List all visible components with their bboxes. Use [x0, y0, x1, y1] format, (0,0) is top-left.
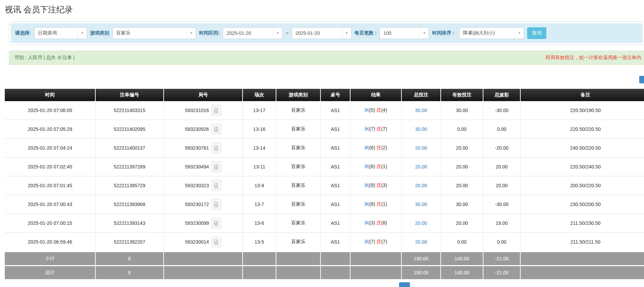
time-sort-label: 时间排序：: [432, 30, 456, 36]
chevron-down-icon: ▼: [342, 28, 351, 39]
footer-count: 8: [95, 252, 164, 266]
pagination-button-partial[interactable]: [399, 282, 410, 287]
total-bet-link[interactable]: 30.00: [415, 202, 427, 207]
col-header-round-id: 局号: [164, 89, 243, 101]
video-replay-button[interactable]: [211, 199, 221, 210]
cell-total-bet[interactable]: 30.00: [401, 195, 441, 214]
cell-round-id: 593230323: [164, 176, 243, 195]
video-replay-button[interactable]: [211, 161, 221, 172]
round-id-group: 593230494: [165, 161, 241, 172]
page-title: 视讯 会员下注纪录: [5, 4, 73, 15]
col-header-game-type: 游戏类别: [276, 89, 320, 101]
cell-total-bet[interactable]: 20.00: [401, 233, 441, 252]
cell-time: 2025-01-20 07:00:43: [5, 195, 95, 214]
cell-game-type: 百家乐: [276, 139, 320, 158]
cell-bet-id: 522211393908: [95, 195, 164, 214]
total-bet-link[interactable]: 20.00: [415, 164, 427, 169]
table-row: 2025-01-20 06:59:46522211392207593230014…: [5, 233, 644, 252]
date-from-select[interactable]: 2025-01-20 ▼: [223, 27, 283, 39]
round-id-group: 593230014: [165, 236, 241, 247]
cell-session: 13-17: [243, 101, 276, 120]
cell-total-bet[interactable]: 20.00: [401, 214, 441, 233]
col-header-table-no: 桌号: [320, 89, 350, 101]
col-header-payout: 总派彩: [483, 89, 520, 101]
cell-time: 2025-01-20 07:05:29: [5, 120, 95, 139]
table-row: 2025-01-20 07:04:24522211400137593230761…: [5, 139, 644, 158]
cell-total-bet[interactable]: 20.00: [401, 176, 441, 195]
table-row: 2025-01-20 07:06:05522211403315593231016…: [5, 101, 644, 120]
video-replay-button[interactable]: [211, 142, 221, 153]
cell-time: 2025-01-20 06:59:46: [5, 233, 95, 252]
video-replay-button[interactable]: [211, 105, 221, 116]
cell-result: 闲(6) 庄(2): [350, 139, 401, 158]
total-bet-link[interactable]: 30.00: [415, 108, 427, 113]
video-record-icon: [213, 183, 219, 189]
total-bet-link[interactable]: 30.00: [415, 126, 427, 132]
cell-round-id: 593231016: [164, 101, 243, 120]
video-record-icon: [213, 145, 219, 151]
cell-payout: 20.00: [483, 176, 520, 195]
cell-time: 2025-01-20 07:02:45: [5, 158, 95, 176]
cell-session: 13-11: [243, 158, 276, 176]
records-footer: 小计8190.00140.00-21.00总计8190.00140.00-21.…: [5, 252, 644, 279]
cell-round-id: 593230494: [164, 158, 243, 176]
cell-bet-id: 522211397289: [95, 158, 164, 176]
result-banker-count: (8): [381, 220, 387, 226]
cell-session: 13-6: [243, 214, 276, 233]
chevron-down-icon: ▼: [273, 28, 282, 39]
cell-session: 13-9: [243, 176, 276, 195]
cell-round-id: 593230014: [164, 233, 243, 252]
chevron-down-icon: ▼: [187, 28, 196, 39]
footer-session: [243, 252, 276, 266]
cell-total-bet[interactable]: 30.00: [401, 120, 441, 139]
time-sort-select[interactable]: 降幂(由大到小) ▼: [459, 27, 524, 39]
video-replay-button[interactable]: [211, 180, 221, 191]
cell-result: 闲(9) 庄(3): [350, 176, 401, 195]
cell-game-type: 百家乐: [276, 195, 320, 214]
total-bet-link[interactable]: 20.00: [415, 145, 427, 151]
table-header: 时间 注单编号 局号 场次 游戏类别 桌号 结果 总投注 有效投注 总派彩 备注: [5, 89, 644, 101]
cell-total-bet[interactable]: 20.00: [401, 158, 441, 176]
time-sort-value: 降幂(由大到小): [460, 30, 515, 36]
date-range-tilde: ~: [286, 30, 288, 36]
total-bet-link[interactable]: 20.00: [415, 183, 427, 188]
result-banker-label: 庄: [376, 239, 381, 244]
query-button[interactable]: 查询: [527, 27, 546, 39]
date-to-value: 2025-01-20: [292, 30, 342, 36]
col-header-result: 结果: [350, 89, 401, 101]
footer-remark: [520, 266, 644, 279]
result-player-label: 闲: [365, 239, 369, 244]
cell-total-bet[interactable]: 30.00: [401, 101, 441, 120]
footer-round: [164, 266, 243, 279]
cell-payout: 19.00: [483, 214, 520, 233]
video-record-icon: [213, 220, 219, 226]
date-from-value: 2025-01-20: [223, 30, 273, 36]
result-banker-count: (7): [381, 126, 387, 132]
video-replay-button[interactable]: [211, 124, 221, 135]
cell-round-id: 593230761: [164, 139, 243, 158]
cell-total-bet[interactable]: 20.00: [401, 139, 441, 158]
result-banker-label: 庄: [376, 201, 381, 207]
video-replay-button[interactable]: [211, 236, 221, 247]
cell-table-no: AS1: [320, 214, 350, 233]
video-replay-button[interactable]: [211, 218, 221, 229]
cell-valid-bet: 30.00: [441, 195, 483, 214]
total-bet-link[interactable]: 20.00: [415, 220, 427, 226]
total-bet-link[interactable]: 20.00: [415, 239, 427, 245]
date-to-select[interactable]: 2025-01-20 ▼: [292, 27, 352, 39]
round-id-text: 593230761: [185, 145, 209, 151]
round-id-group: 593230323: [165, 180, 241, 191]
cell-game-type: 百家乐: [276, 233, 320, 252]
result-banker-count: (7): [381, 239, 387, 244]
cell-bet-id: 522211392207: [95, 233, 164, 252]
cutoff-toolbar-button[interactable]: [639, 76, 644, 83]
query-type-select[interactable]: 日期查询 ▼: [34, 27, 87, 39]
round-id-text: 593230494: [185, 164, 209, 169]
currency-summary-text: 币别 : 人民币 | 总共 :8 注单 |: [14, 55, 74, 61]
game-type-select[interactable]: 百家乐 ▼: [112, 27, 196, 39]
page-size-select[interactable]: 100 ▼: [380, 27, 429, 39]
result-player-label: 闲: [365, 182, 369, 188]
result-player-count: (9): [369, 182, 376, 188]
col-header-session: 场次: [243, 89, 276, 101]
round-id-group: 593230761: [165, 142, 241, 153]
